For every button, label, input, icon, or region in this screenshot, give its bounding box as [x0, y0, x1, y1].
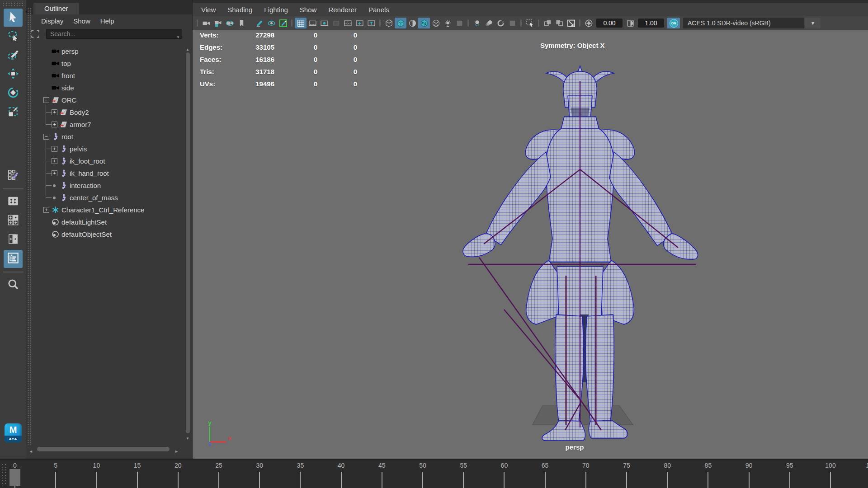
scroll-left-icon[interactable] — [29, 446, 33, 455]
contrast-icon[interactable] — [624, 18, 636, 28]
outliner-item-ik_hand_root[interactable]: +ik_hand_root — [26, 167, 185, 179]
camera-lock-icon[interactable] — [212, 18, 224, 28]
outliner-item-center_of_mass[interactable]: center_of_mass — [26, 192, 185, 204]
viewport-canvas[interactable]: Verts:2729800Edges:3310500Faces:1618600T… — [193, 30, 868, 459]
cube-tex-icon[interactable] — [418, 18, 430, 28]
view-transform-select[interactable]: ACES 1.0 SDR-video (sRGB) — [683, 18, 804, 28]
expand-icon[interactable]: + — [52, 158, 57, 164]
chevron-down-icon[interactable] — [805, 18, 821, 28]
safe-action-icon[interactable] — [354, 18, 365, 28]
horizontal-scroll-thumb[interactable] — [37, 447, 170, 451]
res-gate-icon[interactable] — [318, 18, 330, 28]
zoom-tool[interactable] — [4, 276, 23, 294]
search-input[interactable] — [46, 29, 182, 39]
collapse-icon[interactable]: − — [43, 134, 49, 140]
dots-sphere-icon[interactable] — [430, 18, 442, 28]
rotate-tool[interactable] — [4, 84, 23, 103]
paint-select-tool[interactable] — [4, 47, 23, 65]
expand-icon[interactable]: + — [52, 122, 57, 127]
tab-outliner[interactable]: Outliner — [33, 3, 79, 14]
xray-icon[interactable] — [565, 18, 577, 28]
viewport-menu-view[interactable]: View — [195, 6, 222, 14]
camera-icon[interactable] — [200, 18, 212, 28]
outliner-vertical-scrollbar[interactable] — [185, 44, 191, 442]
expand-icon[interactable]: + — [43, 207, 49, 213]
mblur-icon[interactable] — [483, 18, 495, 28]
pencil-box-icon[interactable] — [277, 18, 289, 28]
safe-title-icon[interactable] — [365, 18, 377, 28]
outliner-item-pelvis[interactable]: +pelvis — [26, 143, 185, 155]
exposure-icon[interactable] — [583, 18, 594, 28]
view-transform-toggle[interactable]: ON — [667, 18, 680, 28]
gate-mask-icon[interactable] — [330, 18, 342, 28]
scroll-down-icon[interactable] — [186, 433, 189, 441]
orbit-select-icon[interactable] — [265, 18, 277, 28]
outliner-menu-display[interactable]: Display — [36, 17, 68, 25]
scale-tool[interactable] — [4, 103, 23, 122]
current-frame-marker[interactable] — [9, 469, 20, 486]
toolbox-grip[interactable] — [2, 1, 24, 7]
exposure-field[interactable]: 0.00 — [596, 19, 623, 28]
cube-shaded-icon[interactable] — [395, 18, 406, 28]
bookmark-icon[interactable] — [236, 18, 247, 28]
grease-pencil-icon[interactable] — [254, 18, 265, 28]
outliner-item-ORC[interactable]: −ORC — [26, 94, 185, 106]
viewport-menu-renderer[interactable]: Renderer — [322, 6, 363, 14]
expand-icon[interactable]: + — [52, 170, 57, 176]
timeline-frame-label: 90 — [745, 462, 753, 469]
iso-squares2-icon[interactable] — [553, 18, 565, 28]
select-tool[interactable] — [4, 9, 23, 27]
outliner-item-persp[interactable]: persp — [26, 45, 185, 57]
filter-icon[interactable] — [31, 29, 40, 38]
outliner-item-front[interactable]: front — [26, 70, 185, 82]
search-dropdown-icon[interactable] — [176, 32, 180, 40]
outliner-tab-row: Outliner — [26, 0, 192, 14]
expand-icon[interactable]: + — [52, 109, 57, 115]
camera-orbit-icon[interactable] — [224, 18, 236, 28]
light-icon[interactable] — [442, 18, 453, 28]
outliner-item-Character1_Ctrl_Reference[interactable]: +Character1_Ctrl_Reference — [26, 204, 185, 216]
scroll-up-icon[interactable] — [186, 44, 189, 52]
outliner-item-defaultObjectSet[interactable]: defaultObjectSet — [26, 228, 185, 240]
outliner-item-Body2[interactable]: +Body2 — [26, 106, 185, 118]
time-slider[interactable]: 0510152025303540455055606570758085909510… — [0, 459, 868, 488]
shadows-icon[interactable] — [453, 18, 465, 28]
gamma-field[interactable]: 1.00 — [638, 19, 664, 28]
custom-rig-tool[interactable] — [4, 167, 23, 185]
outliner-item-interaction[interactable]: interaction — [26, 179, 185, 192]
ao-icon[interactable] — [471, 18, 483, 28]
grid-icon[interactable] — [295, 18, 307, 28]
layout-outliner-persp[interactable] — [4, 250, 23, 268]
cube-wire-icon[interactable] — [383, 18, 395, 28]
outliner-item-side[interactable]: side — [26, 82, 185, 94]
outliner-menu-help[interactable]: Help — [95, 17, 119, 25]
move-tool[interactable] — [4, 66, 23, 84]
vertical-scroll-thumb[interactable] — [186, 52, 190, 433]
layout-single-pane[interactable] — [4, 193, 23, 211]
dim-square-icon[interactable] — [506, 18, 518, 28]
outliner-item-top[interactable]: top — [26, 57, 185, 70]
lasso-tool[interactable] — [4, 28, 23, 46]
viewport-menu-show[interactable]: Show — [294, 6, 323, 14]
viewport-menu-lighting[interactable]: Lighting — [258, 6, 294, 14]
expand-icon[interactable]: + — [52, 146, 57, 152]
iso-squares-icon[interactable] — [542, 18, 553, 28]
outliner-item-ik_foot_root[interactable]: +ik_foot_root — [26, 155, 185, 167]
timeline-grip[interactable] — [0, 462, 8, 486]
select-cursor-icon[interactable] — [524, 18, 536, 28]
outliner-menu-show[interactable]: Show — [68, 17, 95, 25]
collapse-icon[interactable]: − — [43, 97, 49, 103]
scroll-right-icon[interactable] — [175, 446, 179, 455]
sphere-half-icon[interactable] — [406, 18, 418, 28]
outliner-item-armor7[interactable]: +armor7 — [26, 118, 185, 131]
layout-four-pane[interactable] — [4, 212, 23, 230]
layout-two-pane[interactable] — [4, 231, 23, 249]
outliner-horizontal-scrollbar[interactable] — [29, 446, 182, 452]
film-gate-icon[interactable] — [307, 18, 318, 28]
outliner-item-root[interactable]: −root — [26, 131, 185, 143]
viewport-menu-shading[interactable]: Shading — [222, 6, 258, 14]
field-chart-icon[interactable] — [342, 18, 354, 28]
outliner-item-defaultLightSet[interactable]: defaultLightSet — [26, 216, 185, 228]
arc-icon[interactable] — [495, 18, 506, 28]
viewport-menu-panels[interactable]: Panels — [363, 6, 395, 14]
